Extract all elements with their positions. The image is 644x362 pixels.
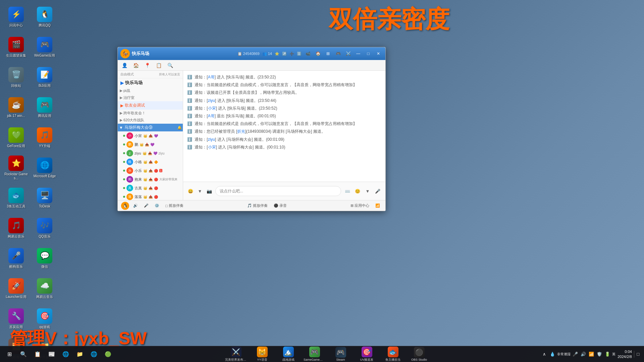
qq-signal-btn[interactable]: 📶 [373, 203, 382, 208]
qq-close-btn[interactable]: ✕ [374, 50, 383, 57]
qq-home-btn[interactable]: 🏠 [314, 50, 322, 57]
desktop-icon-3fish[interactable]: 🐟 3鱼互动工具 [3, 184, 30, 212]
qq-video-btn[interactable]: 📹 [304, 50, 312, 57]
channel-pizhan[interactable]: ▶ pi战 [118, 87, 183, 94]
chat-emoji-btn[interactable]: 😀 [186, 187, 195, 195]
member-guzhen[interactable]: 真 古真 👑 📥 🔴 [118, 184, 183, 192]
dock-steam[interactable]: 🎮 Steam [329, 346, 353, 362]
member-xiaoge[interactable]: 格 小格 👑 📥 🔶 [118, 158, 183, 166]
qq-star-icon[interactable]: ⭐ [275, 52, 279, 56]
chat-screenshot-btn[interactable]: 📷 [205, 187, 213, 195]
tray-network[interactable]: 📶 [588, 351, 595, 358]
desktop-icon-wechat[interactable]: 💬 微信 [31, 244, 58, 273]
desktop-icon-geforce[interactable]: 💚 GeFore应用 [3, 123, 30, 152]
qq-toolbar-contacts[interactable]: 👤 [120, 61, 128, 69]
qq-appstore-btn[interactable]: ⊞ 应用中心 [348, 202, 371, 209]
taskbar-search-btn[interactable]: 🔍 [17, 348, 30, 361]
qq-more-icon[interactable]: ➕ [289, 52, 294, 56]
member-xiaole[interactable]: 乐 小乐 👑 📥 🔴 1 [118, 166, 183, 175]
taskbar-widgets-btn[interactable]: 📰 [45, 348, 58, 361]
member-xiaosong[interactable]: 小 小宋 👑 📥 💜 [118, 131, 183, 140]
channel-geyouhui[interactable]: ▶ 歌友会调试 [118, 101, 183, 110]
member-peng[interactable]: 鹏 鹏 👑 📥 💜 [118, 140, 183, 149]
qq-toolbar-home[interactable]: 🏠 [132, 61, 140, 69]
tray-water[interactable]: 💧 [549, 351, 556, 358]
desktop-icon-todesk[interactable]: 🖥️ ToDesk [31, 184, 58, 212]
desktop-icon-sumo[interactable]: 🔧 苏莫应用 [3, 304, 30, 333]
qq-channel-avatar: 🏇 [120, 49, 130, 58]
chat-messages-container: ℹ️ 通知：[A哥] 进入 [快乐马场] 频道。(23:50:22) ℹ️ 通知… [183, 71, 385, 182]
chat-emoji2-btn[interactable]: 😊 [353, 187, 362, 195]
qq-maximize-btn[interactable]: □ [364, 50, 373, 57]
qq-minimize-btn[interactable]: — [354, 50, 363, 57]
desktop-icon-recycle[interactable]: 🗑️ 回收站 [3, 63, 30, 92]
desktop-icon-qq[interactable]: 🐧 腾讯QQ [31, 3, 58, 31]
qq-grid-btn[interactable]: ⊞ [324, 50, 332, 57]
qq-hold-t-btn[interactable]: □ 摇放伴奏 [163, 202, 185, 209]
qq-mic-btn[interactable]: 🎤 [142, 203, 151, 208]
desktop-icon-tencentapp[interactable]: 🎮 腾讯应用 [31, 93, 58, 122]
qq-speaker-btn[interactable]: 🔊 [131, 203, 140, 208]
qq-game-btn[interactable]: 🎮 [334, 50, 342, 57]
desktop-icon-kugou[interactable]: 🎤 酷狗音乐 [3, 244, 30, 273]
dock-wanmei[interactable]: ⚔️ 完美世界发布平台 [224, 346, 248, 362]
desktop-icon-birthday[interactable]: 🎬 生日愿望采集 [3, 33, 30, 61]
taskbar-explorer-btn[interactable]: 📁 [73, 348, 87, 361]
chat-mic-btn[interactable]: 🎤 [373, 187, 382, 195]
desktop-icon-rockstar[interactable]: ⭐ Rockstar Games... [3, 154, 30, 182]
tray-battery[interactable]: 🔋 [604, 351, 611, 358]
tray-speaker[interactable]: 🔊 [580, 351, 587, 358]
channel-kuangnian[interactable]: ▶ 跨年歌友会！ [118, 110, 183, 117]
taskbar-edge2-btn[interactable]: 🌐 [87, 348, 101, 361]
dock-yy[interactable]: 😸 YY语音 [251, 346, 274, 362]
desktop-icon-biji[interactable]: 📝 BiJi应用 [31, 63, 58, 92]
channel-620[interactable]: ▶ 620大作战队 [118, 117, 183, 124]
chat-toolbar-down[interactable]: ▼ [196, 187, 204, 195]
qq-toolbar-notes[interactable]: 📋 [155, 61, 163, 69]
qq-record-btn[interactable]: ⚫ 录音 [272, 202, 289, 209]
qq-music-btn[interactable]: 🎵 摇放伴奏 [245, 202, 270, 209]
taskbar-edge-btn[interactable]: 🌐 [59, 348, 72, 361]
desktop-icon-wegame[interactable]: 🎮 WeGame应用 [31, 33, 58, 61]
online-dot-xiaoge [123, 161, 125, 163]
desktop-icon-yy[interactable]: 🎵 YY升端 [31, 123, 58, 152]
qq-sword-btn[interactable]: ⚔️ [344, 50, 353, 57]
desktop-icon-edge[interactable]: 🌐 Microsoft Edge [31, 154, 58, 182]
tray-lang[interactable]: 英 [612, 352, 615, 357]
dock-samegame[interactable]: 🎮 SameGame游戏 [303, 346, 326, 362]
desktop-icon-jdk[interactable]: ☕ jdk-17 win... [3, 93, 30, 122]
tray-security[interactable]: 🛡️ [596, 351, 603, 358]
member-ziyu[interactable]: z ziyu 👑 📥 💜 ziyu [118, 149, 183, 158]
desktop-icon-qqmusic[interactable]: 🎶 QQ音乐 [31, 214, 58, 242]
dock-obs[interactable]: ⚫ OBS Studio [408, 346, 431, 362]
qq-toolbar-search[interactable]: 🔍 [166, 61, 174, 69]
qq-settings-btn[interactable]: ⚙️ [153, 203, 161, 208]
qq-share-icon[interactable]: ↗️ [282, 52, 287, 56]
chat-emoji-down[interactable]: ▼ [363, 187, 372, 195]
tray-mic[interactable]: 🎤 [572, 351, 579, 358]
tray-chevron[interactable]: ∧ [541, 351, 548, 358]
avatar-luoluo: 落 [126, 193, 133, 200]
channel-zhiliaoshi[interactable]: ▶ 治疗室 [118, 94, 183, 101]
channel-kuaile-machang[interactable]: ▶ 快乐马场 [118, 78, 183, 87]
desktop-icon-launcher[interactable]: 🚀 Launcher应用 [3, 274, 30, 303]
qq-toolbar-location[interactable]: 📍 [143, 61, 151, 69]
taskbar-chrome-btn[interactable]: 🟢 [101, 348, 115, 361]
dock-zhandi[interactable]: 🏔️ 战地游戏 [277, 346, 300, 362]
member-baolai[interactable]: 抱 抱来 👑 📥 🔴 大家好带我来 [118, 175, 183, 184]
desktop-icon-qqgame[interactable]: 🎯 qq游戏 [31, 304, 58, 333]
qq-user-avatar[interactable]: 🐧 [121, 202, 129, 210]
qq-info-icon[interactable]: ℹ️ [297, 52, 302, 56]
taskbar-taskview-btn[interactable]: 📋 [31, 348, 44, 361]
taskbar-start-btn[interactable]: ⊞ [3, 348, 16, 361]
dock-uv[interactable]: 🎯 UV频道发 [355, 346, 379, 362]
chat-keyboard-btn[interactable]: ⌨️ [343, 187, 352, 195]
desktop-icon-163music[interactable]: 🎵 网易云音乐 [3, 214, 30, 242]
channel-machang-selected[interactable]: ▼ 马场怀梅大会⑨ 🔔 [118, 124, 183, 131]
tray-show-desktop[interactable]: □ [634, 351, 641, 358]
dock-yuzhubo[interactable]: 🐟 鱼主播担当 [381, 346, 405, 362]
member-luoluo[interactable]: 落 落落 👑 📥 🔴 [118, 192, 183, 200]
chat-text-input[interactable] [215, 186, 341, 196]
desktop-icon-flashxun[interactable]: ⚡ 闪讯中心 [3, 3, 30, 31]
desktop-icon-163cloud[interactable]: ☁️ 网易云音乐 [31, 274, 58, 303]
